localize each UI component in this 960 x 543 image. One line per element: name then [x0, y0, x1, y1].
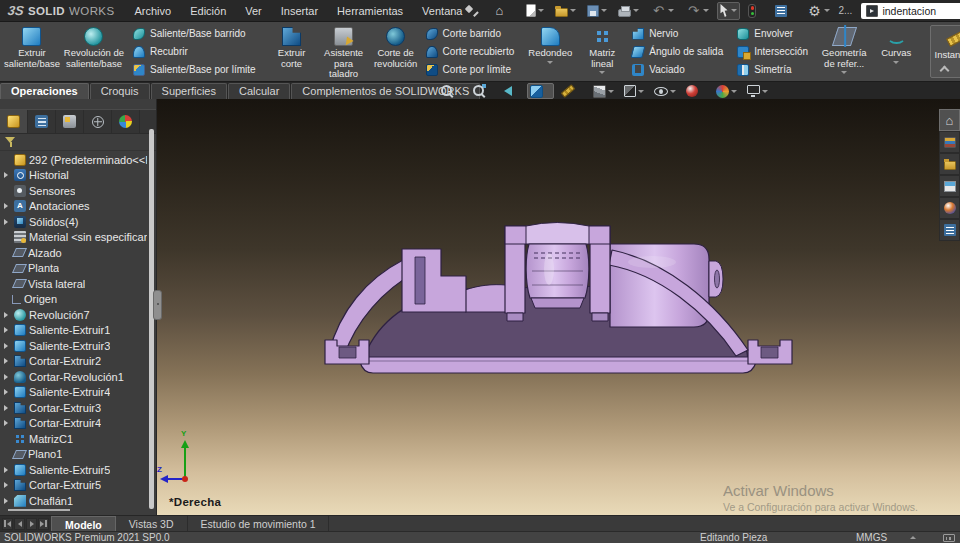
toolbar-button[interactable] — [523, 2, 547, 20]
task-pane-button[interactable] — [939, 175, 960, 197]
search-commands-icon[interactable] — [866, 5, 878, 17]
view-tool-button[interactable] — [621, 83, 647, 99]
boundary-cut-button[interactable]: Corte por límite — [426, 61, 515, 78]
tree-item[interactable]: Chaflán1 — [0, 493, 147, 509]
tab-scroll-button[interactable] — [38, 518, 49, 530]
lofted-cut-button[interactable]: Corte recubierto — [426, 43, 515, 60]
search-input[interactable] — [882, 5, 960, 17]
task-pane-button[interactable] — [939, 197, 960, 219]
expand-arrow-icon[interactable] — [2, 482, 10, 488]
tree-item[interactable]: Anotaciones — [0, 199, 147, 215]
panel-tab[interactable] — [0, 110, 28, 133]
expand-arrow-icon[interactable] — [2, 405, 10, 411]
tree-item[interactable]: Cortar-Extruir3 — [0, 400, 147, 416]
expand-arrow-icon[interactable] — [2, 203, 10, 209]
extrude-cut-button[interactable]: Extruir corte — [266, 24, 318, 79]
toolbar-button[interactable] — [584, 2, 610, 20]
task-pane-button[interactable] — [939, 153, 960, 175]
tree-item[interactable]: Saliente-Extruir1 — [0, 323, 147, 339]
expand-arrow-icon[interactable] — [2, 312, 10, 318]
dropdown-caret-icon[interactable] — [601, 9, 607, 12]
toolbar-button[interactable] — [682, 2, 712, 20]
expand-arrow-icon[interactable] — [2, 374, 10, 380]
toolbar-button[interactable] — [488, 2, 518, 20]
extrude-boss-button[interactable]: Extruir saliente/base — [5, 24, 59, 79]
dropdown-caret-icon[interactable] — [599, 71, 605, 74]
toolbar-button[interactable] — [717, 2, 740, 20]
panel-tab[interactable] — [112, 110, 140, 133]
dropdown-caret-icon[interactable] — [633, 9, 639, 12]
panel-resize-handle[interactable] — [8, 509, 70, 511]
dropdown-caret-icon[interactable] — [893, 61, 899, 64]
expand-arrow-icon[interactable] — [2, 327, 10, 333]
view-tool-button[interactable] — [501, 83, 523, 99]
dropdown-caret-icon[interactable] — [670, 90, 676, 93]
part-model[interactable] — [157, 99, 960, 515]
tree-item[interactable]: Saliente-Extruir3 — [0, 338, 147, 354]
document-tab[interactable]: Modelo — [51, 516, 116, 531]
view-tool-button[interactable] — [713, 83, 740, 99]
panel-tab[interactable] — [84, 110, 112, 133]
tree-item[interactable]: Plano1 — [0, 447, 147, 463]
shell-button[interactable]: Vaciado — [632, 61, 723, 78]
dropdown-caret-icon[interactable] — [731, 9, 737, 12]
task-pane-button[interactable] — [939, 131, 960, 153]
curves-button[interactable]: Curvas — [870, 24, 922, 79]
mirror-button[interactable]: Simetría — [737, 61, 808, 78]
command-tab[interactable]: Croquis — [90, 83, 150, 99]
view-tool-button[interactable] — [744, 83, 771, 99]
hole-wizard-button[interactable]: Asistente para taladro — [318, 24, 370, 79]
expand-arrow-icon[interactable] — [2, 358, 10, 364]
tree-item[interactable]: Saliente-Extruir5 — [0, 462, 147, 478]
expand-arrow-icon[interactable] — [2, 498, 10, 504]
tree-item[interactable]: Cortar-Extruir4 — [0, 416, 147, 432]
tree-item[interactable]: Sensores — [0, 183, 147, 199]
expand-arrow-icon[interactable] — [2, 389, 10, 395]
tree-item[interactable]: Vista lateral — [0, 276, 147, 292]
panel-tab[interactable] — [56, 110, 84, 133]
command-tab[interactable]: Superficies — [151, 83, 227, 99]
menu-item[interactable]: Ver — [245, 5, 262, 17]
view-tool-button[interactable] — [558, 83, 586, 99]
task-pane-button[interactable] — [939, 109, 960, 131]
dropdown-caret-icon[interactable] — [538, 9, 544, 12]
linear-pattern-button[interactable]: Matriz lineal — [576, 24, 628, 79]
intersect-button[interactable]: Intersección — [737, 43, 808, 60]
toolbar-button[interactable] — [647, 2, 677, 20]
swept-boss-button[interactable]: Saliente/Base barrido — [133, 25, 256, 42]
dropdown-caret-icon[interactable] — [731, 90, 737, 93]
tree-item[interactable]: Revolución7 — [0, 307, 147, 323]
dropdown-caret-icon[interactable] — [824, 9, 830, 12]
tree-item[interactable]: Origen — [0, 292, 147, 308]
reference-geometry-button[interactable]: Geometría de refer... — [818, 24, 870, 79]
tab-scroll-button[interactable] — [2, 518, 13, 530]
dropdown-caret-icon[interactable] — [668, 9, 674, 12]
menu-item[interactable]: Insertar — [281, 5, 318, 17]
command-tab[interactable]: Operaciones — [0, 83, 89, 99]
expand-arrow-icon[interactable] — [2, 219, 10, 225]
dropdown-caret-icon[interactable] — [638, 90, 644, 93]
dropdown-caret-icon[interactable] — [608, 90, 614, 93]
tree-item[interactable]: 292 (Predeterminado<<Predeterm — [0, 152, 147, 168]
toolbar-button[interactable] — [772, 2, 798, 20]
draft-button[interactable]: Ángulo de salida — [632, 43, 723, 60]
dropdown-caret-icon[interactable] — [703, 9, 709, 12]
swept-cut-button[interactable]: Corte barrido — [426, 25, 515, 42]
units-label[interactable]: MMGS — [856, 532, 887, 543]
fillet-button[interactable]: Redondeo — [524, 24, 576, 79]
panel-splitter[interactable] — [153, 290, 162, 320]
toolbar-overflow[interactable]: 2... — [838, 5, 852, 16]
toolbar-button[interactable] — [615, 2, 642, 20]
tree-item[interactable]: MatrizC1 — [0, 431, 147, 447]
toolbar-button[interactable] — [803, 2, 833, 20]
menu-item[interactable]: Archivo — [135, 5, 172, 17]
view-tool-button[interactable] — [590, 83, 617, 99]
tab-scroll-button[interactable] — [26, 518, 37, 530]
command-tab[interactable]: Calcular — [228, 83, 290, 99]
menu-item[interactable]: Edición — [190, 5, 226, 17]
view-tool-button[interactable] — [683, 83, 709, 99]
tree-item[interactable]: Historial — [0, 168, 147, 184]
view-tool-button[interactable] — [437, 83, 465, 99]
tree-item[interactable]: Cortar-Extruir5 — [0, 478, 147, 494]
graphics-area[interactable]: Y Z *Derecha Activar Windows Ve a Config… — [157, 99, 960, 515]
